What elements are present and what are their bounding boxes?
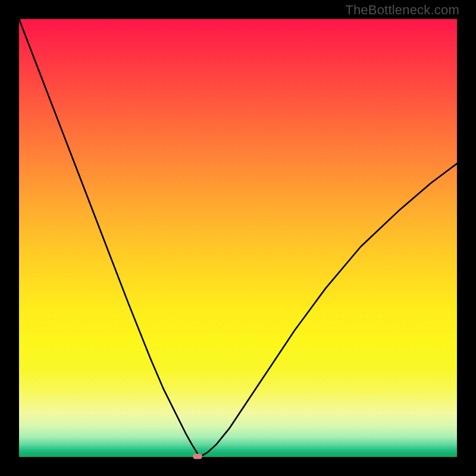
watermark-text: TheBottleneck.com	[345, 2, 459, 18]
curve-left-branch	[19, 19, 199, 457]
curve-right-branch	[199, 164, 457, 457]
bottleneck-curve	[19, 19, 457, 457]
chart-frame: TheBottleneck.com	[0, 0, 476, 476]
bottleneck-marker	[193, 453, 202, 459]
plot-outer	[19, 19, 457, 457]
